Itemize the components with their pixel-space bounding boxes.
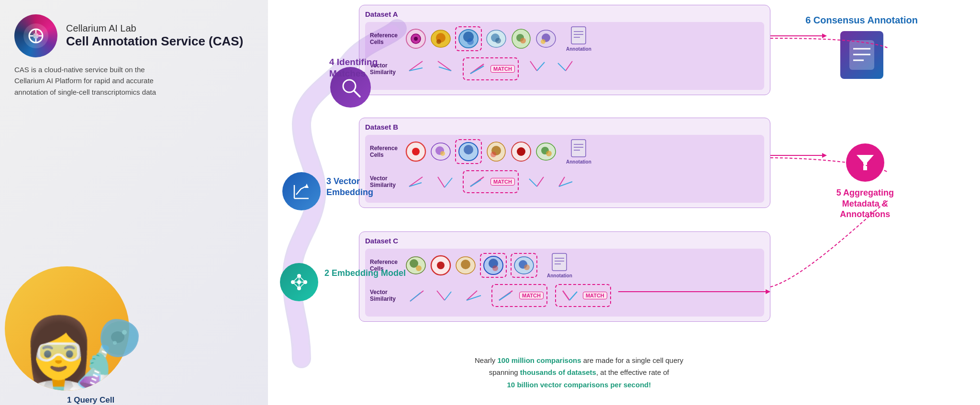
arrow-c2: [434, 287, 455, 304]
svg-point-102: [492, 265, 498, 271]
step5-section: 5 AggregatingMetadata &Annotations: [836, 143, 894, 220]
svg-line-81: [409, 177, 423, 186]
dataset-b-ref-row: ReferenceCells: [370, 139, 759, 164]
dataset-b-vec-row: VectorSimilarity: [370, 167, 759, 196]
network-icon: [289, 272, 309, 292]
dataset-b-inner: ReferenceCells: [365, 135, 764, 203]
cell-b1: [405, 141, 426, 162]
step2-circle: [280, 263, 318, 301]
dataset-b-vec-match: MATCH: [463, 170, 519, 193]
dataset-a-vec-match: MATCH: [463, 57, 519, 80]
step6-label: 6 Consensus Annotation: [805, 14, 918, 26]
step5-label: 5 AggregatingMetadata &Annotations: [836, 187, 894, 220]
arrow-b1: [405, 173, 426, 190]
svg-line-112: [437, 291, 445, 300]
svg-line-118: [563, 291, 569, 300]
doc-icon-a: [570, 26, 587, 45]
svg-line-83: [438, 177, 445, 187]
svg-point-63: [412, 148, 420, 155]
app-description: CAS is a cloud-native service built on t…: [14, 64, 177, 98]
svg-point-68: [464, 145, 473, 154]
cell-c5: [513, 255, 535, 276]
svg-line-119: [569, 292, 577, 300]
consensus-doc-svg: [847, 38, 876, 72]
svg-point-33: [436, 39, 441, 44]
dataset-c-ref-row: ReferenceCells: [370, 252, 759, 278]
cell-b5: [511, 141, 532, 162]
dataset-a-vectors: MATCH: [405, 55, 759, 83]
dataset-c-cells: Annotation: [405, 252, 759, 278]
svg-line-52: [438, 61, 451, 71]
dataset-a-ref-row: ReferenceCells: [370, 26, 759, 52]
cell-c3: [455, 255, 476, 276]
dataset-a-ref-label: ReferenceCells: [370, 32, 402, 46]
footer-highlight2: thousands of datasets: [520, 368, 596, 376]
svg-rect-77: [571, 140, 586, 157]
cell-a2: [430, 28, 451, 49]
match-label-a: MATCH: [490, 65, 515, 73]
dataset-c-container: Dataset C ReferenceCells: [359, 231, 770, 322]
svg-point-71: [490, 152, 496, 157]
dataset-a-vec-row: VectorSimilarity: [370, 55, 759, 83]
right-panel: Dataset A ReferenceCells: [359, 0, 980, 405]
svg-marker-92: [822, 153, 827, 158]
dataset-b-vectors: MATCH: [405, 167, 759, 196]
dataset-c-vec-match2: MATCH: [555, 284, 611, 307]
svg-point-97: [437, 262, 445, 269]
funnel-svg: [855, 152, 876, 173]
svg-line-86: [470, 180, 481, 186]
dataset-c-match-box1: [480, 253, 507, 278]
dataset-b-annotation: Annotation: [566, 139, 591, 164]
footer-text: Nearly 100 million comparisons are made …: [383, 354, 775, 391]
dataset-c-vec-row: VectorSimilarity: [370, 281, 759, 310]
consensus-doc: [840, 31, 883, 79]
logo-inner: [23, 23, 48, 48]
dataset-a-inner: ReferenceCells: [365, 22, 764, 90]
svg-line-55: [470, 66, 484, 74]
svg-point-45: [541, 39, 546, 44]
svg-line-117: [499, 293, 511, 300]
arrow-c-match1: [495, 287, 516, 304]
cell-b4: [486, 141, 507, 162]
svg-point-99: [461, 260, 470, 269]
svg-line-59: [558, 63, 566, 71]
dataset-c-vec-match1: MATCH: [491, 284, 547, 307]
cell-a5: [511, 28, 532, 49]
dataset-a-title: Dataset A: [365, 10, 764, 18]
dataset-c-match-box2: [511, 253, 537, 278]
svg-point-8: [122, 330, 127, 335]
dataset-a-match-box: [455, 26, 482, 51]
logo-circle: [14, 14, 57, 57]
step6-section: 6 Consensus Annotation: [805, 14, 918, 79]
svg-point-66: [440, 151, 445, 156]
svg-line-84: [445, 178, 452, 187]
cell-a3: [458, 28, 479, 49]
query-cell-svg: [100, 319, 139, 357]
dataset-b-match-box: [455, 139, 482, 164]
cell-b2: [430, 141, 451, 162]
annotation-a-label: Annotation: [566, 46, 591, 52]
svg-line-58: [566, 61, 572, 71]
svg-point-105: [524, 264, 530, 270]
arrow-b3: [526, 173, 547, 190]
dataset-c-vectors: MATCH MATCH: [405, 281, 759, 310]
footer-highlight1: 100 million comparisons: [498, 356, 581, 364]
dataset-a-container: Dataset A ReferenceCells: [359, 5, 770, 95]
arrow-a2: [434, 57, 455, 75]
dataset-b-cells: Annotation: [405, 139, 759, 164]
dataset-c-annotation: Annotation: [547, 252, 572, 278]
svg-line-57: [537, 62, 545, 71]
annotation-b-label: Annotation: [566, 159, 591, 164]
arrow-a3: [526, 57, 547, 75]
footer-text3: , at the effective rate of: [596, 368, 669, 376]
arrow-a4: [555, 57, 576, 75]
dataset-b-ref-label: ReferenceCells: [370, 145, 402, 159]
svg-marker-122: [857, 155, 874, 170]
cell-c4: [483, 255, 504, 276]
step3-circle: [282, 172, 321, 210]
svg-rect-46: [571, 27, 586, 44]
arrow-a-match: [467, 60, 488, 77]
query-cell-blob: [100, 319, 139, 357]
arrow-c1: [405, 287, 426, 304]
dataset-b-container: Dataset B ReferenceCells: [359, 118, 770, 208]
